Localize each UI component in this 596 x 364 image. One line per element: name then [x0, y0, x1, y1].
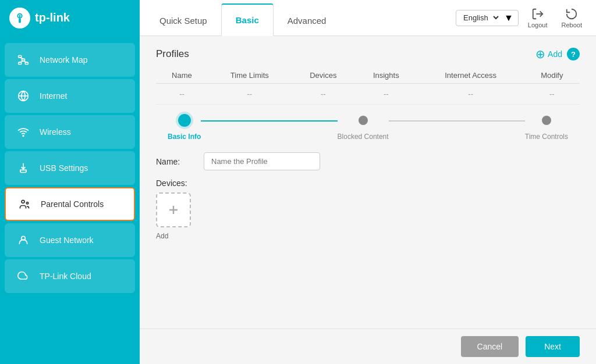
step-label-basic-info: Basic Info — [168, 133, 201, 141]
parental-icon — [15, 195, 34, 213]
tab-quick-setup[interactable]: Quick Setup — [146, 6, 221, 36]
layout: Network Map Internet Wire — [0, 36, 596, 364]
help-icon[interactable]: ? — [567, 48, 580, 60]
language-selector[interactable]: English Chinese French ▼ — [456, 10, 519, 26]
step-blocked-content: Blocked Content — [338, 114, 389, 141]
cell-internet-access: -- — [417, 84, 524, 105]
step-connector-2 — [389, 120, 525, 122]
col-modify: Modify — [524, 67, 580, 84]
reboot-icon — [565, 8, 578, 20]
name-label: Name: — [156, 157, 197, 166]
sidebar-item-label: TP-Link Cloud — [40, 272, 91, 281]
svg-rect-1 — [19, 18, 21, 22]
sidebar-item-label: Internet — [40, 91, 67, 101]
usb-icon — [14, 159, 33, 177]
svg-point-4 — [19, 15, 21, 16]
add-device-label: Add — [156, 232, 168, 240]
svg-rect-6 — [19, 56, 22, 58]
sidebar-item-guest-network[interactable]: Guest Network — [5, 223, 135, 257]
cell-modify: -- — [524, 84, 580, 105]
svg-rect-7 — [22, 59, 25, 60]
step-dot-basic-info — [178, 114, 191, 127]
col-name: Name — [156, 67, 208, 84]
chevron-down-icon: ▼ — [504, 13, 513, 23]
name-form-row: Name: — [156, 152, 580, 170]
table-row: -- -- -- -- -- -- — [156, 84, 580, 105]
logout-icon — [531, 8, 544, 20]
logo-area: tp-link — [0, 0, 140, 36]
profiles-header: Profiles ⊕ Add ? — [156, 48, 580, 60]
sidebar-item-parental-controls[interactable]: Parental Controls — [5, 187, 135, 221]
name-input[interactable] — [204, 152, 320, 170]
sidebar-item-label: Parental Controls — [41, 199, 104, 209]
svg-line-12 — [20, 61, 23, 63]
step-label-blocked-content: Blocked Content — [338, 133, 389, 141]
tp-link-logo-svg — [13, 12, 26, 24]
logout-button[interactable]: Logout — [523, 5, 552, 31]
footer: Cancel Next — [140, 329, 596, 364]
sidebar-item-internet[interactable]: Internet — [5, 79, 135, 113]
main-panel: Profiles ⊕ Add ? Name Time Limits Device… — [140, 36, 596, 364]
devices-section: Devices: Add — [156, 179, 580, 240]
nav-tabs: Quick Setup Basic Advanced — [140, 0, 456, 36]
svg-rect-8 — [25, 62, 28, 64]
cell-time-limits: -- — [208, 84, 292, 105]
cell-insights: -- — [355, 84, 417, 105]
sidebar-item-label: Network Map — [40, 55, 87, 65]
step-connector-1 — [201, 120, 337, 122]
guest-icon — [14, 231, 33, 249]
tab-advanced[interactable]: Advanced — [274, 6, 340, 36]
step-basic-info: Basic Info — [168, 114, 201, 141]
svg-line-10 — [20, 58, 23, 59]
step-dot-time-controls — [542, 116, 551, 125]
sidebar-item-label: Wireless — [40, 127, 71, 137]
sidebar-item-label: USB Settings — [40, 163, 88, 173]
reboot-button[interactable]: Reboot — [557, 5, 587, 31]
logout-label: Logout — [528, 22, 548, 28]
network-icon — [14, 51, 33, 69]
cell-devices: -- — [292, 84, 355, 105]
add-profile-button[interactable]: ⊕ Add — [535, 48, 562, 60]
wireless-icon — [14, 123, 33, 141]
main-content: Profiles ⊕ Add ? Name Time Limits Device… — [140, 36, 596, 329]
sidebar-item-network-map[interactable]: Network Map — [5, 43, 135, 77]
profiles-table: Name Time Limits Devices Insights Intern… — [156, 67, 580, 105]
header-right: English Chinese French ▼ Logout Reboot — [456, 5, 596, 31]
header: tp-link Quick Setup Basic Advanced Engli… — [0, 0, 596, 36]
globe-icon — [14, 87, 33, 105]
add-label: Add — [548, 49, 562, 59]
svg-rect-9 — [19, 62, 22, 64]
sidebar-item-label: Guest Network — [40, 235, 94, 245]
col-time-limits: Time Limits — [208, 67, 292, 84]
svg-point-17 — [26, 202, 28, 204]
tab-basic[interactable]: Basic — [221, 3, 274, 36]
step-time-controls: Time Controls — [525, 114, 568, 141]
col-internet-access: Internet Access — [417, 67, 524, 84]
add-plus-icon: ⊕ — [535, 48, 545, 60]
sidebar-item-tp-link-cloud[interactable]: TP-Link Cloud — [5, 259, 135, 293]
step-label-time-controls: Time Controls — [525, 133, 568, 141]
sidebar: Network Map Internet Wire — [0, 36, 140, 364]
cancel-button[interactable]: Cancel — [461, 336, 519, 357]
plus-icon — [166, 203, 180, 217]
profiles-title: Profiles — [156, 48, 189, 60]
devices-label: Devices: — [156, 179, 580, 188]
steps-container: Basic Info Blocked Content Time Controls — [156, 114, 580, 141]
cloud-icon — [14, 267, 33, 286]
step-dot-blocked-content — [359, 116, 368, 125]
sidebar-item-wireless[interactable]: Wireless — [5, 115, 135, 149]
logo-text: tp-link — [35, 11, 70, 24]
sidebar-item-usb-settings[interactable]: USB Settings — [5, 151, 135, 185]
next-button[interactable]: Next — [526, 336, 580, 357]
svg-point-16 — [22, 200, 24, 203]
svg-point-15 — [23, 135, 24, 137]
svg-line-11 — [23, 61, 27, 63]
col-insights: Insights — [355, 67, 417, 84]
add-device-button[interactable] — [156, 192, 191, 227]
cell-name: -- — [156, 84, 208, 105]
language-dropdown[interactable]: English Chinese French — [461, 13, 501, 23]
logo-icon — [9, 8, 30, 28]
col-devices: Devices — [292, 67, 355, 84]
reboot-label: Reboot — [562, 22, 582, 28]
